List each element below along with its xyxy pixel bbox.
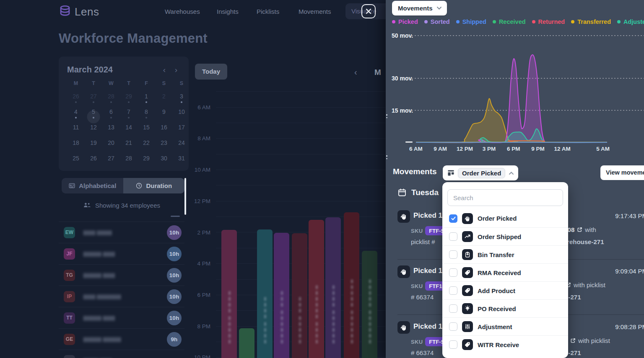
duration-badge: 10h — [167, 311, 182, 325]
dropdown-item-order-shipped[interactable]: Order Shipped — [442, 227, 568, 245]
timeline-scrollbar[interactable] — [184, 178, 186, 215]
employee-row[interactable]: IP▮▮▮▮ ▮▮▮▮▮▮▮▮10h — [59, 286, 184, 307]
nav-item-picklists[interactable]: Picklists — [257, 8, 279, 15]
checkbox-checked[interactable] — [449, 214, 457, 223]
calendar-day[interactable]: 16 — [155, 122, 173, 138]
app-logo[interactable]: Lens — [59, 5, 99, 19]
calendar-day[interactable]: 27 — [102, 153, 120, 169]
calendar-weekday: W — [102, 80, 120, 91]
hour-gridline — [216, 170, 386, 170]
calendar-day[interactable]: 26 — [85, 153, 102, 169]
sort-duration-button[interactable]: Duration — [123, 178, 185, 193]
checkbox[interactable] — [449, 340, 457, 349]
calendar-day[interactable]: 9 — [155, 107, 173, 122]
view-movement-button[interactable]: View movement — [600, 165, 644, 180]
calendar-next-icon[interactable]: › — [170, 65, 182, 75]
schedule-bar[interactable]: ▮▮▮▮▮▮ ▮▮▮▮▮ — [344, 212, 359, 358]
calendar-day[interactable]: 13 — [102, 122, 120, 138]
checkbox[interactable] — [449, 304, 457, 313]
calendar-day[interactable]: 14 — [120, 122, 138, 138]
nav-item-warehouses[interactable]: Warehouses — [165, 8, 200, 15]
calendar-day[interactable]: 15 — [138, 122, 155, 138]
calendar-day[interactable]: 27 — [85, 91, 102, 107]
dropdown-item-adjustment[interactable]: Adjustment — [442, 317, 568, 335]
calendar-day[interactable]: 30 — [155, 153, 173, 169]
schedule-prev-icon[interactable]: ‹ — [354, 67, 357, 77]
mini-calendar: March 2024 ‹ › MTWTFSS262728291234567891… — [59, 57, 189, 171]
employee-row[interactable]: TG▮▮▮▮▮▮ ▮▮▮▮10h — [59, 264, 184, 286]
schedule-bar-label-blurred: ▮▮▮▮▮ ▮▮▮▮ — [226, 290, 232, 350]
dropdown-item-rma-received[interactable]: RMA Received — [442, 263, 568, 281]
calendar-day[interactable]: 22 — [138, 138, 155, 153]
employee-list-scroll-indicator[interactable] — [171, 216, 180, 217]
schedule-bar[interactable]: ▮▮▮▮▮▮ ▮▮▮ — [274, 233, 289, 358]
employee-row[interactable]: EW▮▮▮▮ ▮▮▮▮▮10h — [59, 221, 184, 243]
schedule-bar[interactable] — [239, 328, 254, 358]
tag-icon — [462, 285, 473, 296]
checkbox[interactable] — [449, 322, 457, 331]
schedule-bar-label-blurred: ▮▮▮▮▮ ▮▮▮ — [297, 296, 302, 350]
svg-text:30 mov.: 30 mov. — [392, 75, 413, 82]
sort-alphabetical-button[interactable]: Alphabetical — [62, 178, 123, 193]
checkbox[interactable] — [449, 286, 457, 295]
employee-row[interactable]: TT▮▮▮▮▮▮ ▮▮▮▮10h — [59, 307, 184, 328]
calendar-day[interactable]: 12 — [85, 122, 102, 138]
checkbox[interactable] — [449, 268, 457, 277]
calendar-day[interactable]: 11 — [67, 122, 85, 138]
today-button[interactable]: Today — [195, 64, 227, 80]
calendar-day[interactable]: 23 — [155, 138, 173, 153]
checkbox[interactable] — [449, 232, 457, 241]
calendar-day[interactable]: 19 — [85, 138, 102, 153]
svg-text:9 PM: 9 PM — [531, 146, 545, 152]
svg-text:12 AM: 12 AM — [554, 146, 571, 152]
dropdown-item-witr-receive[interactable]: WITR Receive — [442, 335, 568, 353]
employee-name-blurred: ▮▮▮▮▮▮ ▮▮▮▮ — [83, 271, 167, 279]
checkbox[interactable] — [449, 250, 457, 259]
calendar-day[interactable]: 28 — [102, 91, 120, 107]
calendar-day[interactable]: 7 — [120, 107, 138, 122]
employee-row[interactable]: JF▮▮▮▮▮▮ ▮▮▮▮10h — [59, 243, 184, 264]
dropdown-item-add-product[interactable]: Add Product — [442, 281, 568, 299]
day-header-label: Tuesda — [411, 188, 439, 197]
nav-item-insights[interactable]: Insights — [217, 8, 239, 15]
schedule-bar[interactable]: ▮▮▮▮▮▮ ▮▮▮▮▮ — [362, 251, 377, 358]
schedule-bar-label-blurred: ▮▮▮▮▮▮ ▮▮▮ — [279, 290, 284, 350]
calendar-day[interactable]: 26 — [67, 91, 85, 107]
calendar-day-selected[interactable]: 5 — [85, 107, 102, 122]
duration-badge: 10h — [167, 247, 182, 261]
employee-row[interactable]: ▮▮▮▮▮ ▮▮▮▮ — [59, 350, 184, 358]
hour-gridline — [216, 107, 386, 108]
calendar-day[interactable]: 8 — [138, 107, 155, 122]
calendar-day[interactable]: 28 — [120, 153, 138, 169]
movement-type-filter-button[interactable]: Order Picked — [443, 165, 518, 180]
close-drawer-button[interactable] — [361, 4, 376, 18]
calendar-day[interactable]: 18 — [67, 138, 85, 153]
calendar-day[interactable]: 29 — [120, 91, 138, 107]
calendar-day[interactable]: 1 — [138, 91, 155, 107]
calendar-day[interactable]: 6 — [102, 107, 120, 122]
time-axis-label: 12 PM — [185, 198, 210, 204]
calendar-day[interactable]: 20 — [102, 138, 120, 153]
employee-row[interactable]: GE▮▮▮▮▮▮ ▮▮▮▮▮▮9h — [59, 328, 184, 350]
schedule-bar[interactable]: ▮▮▮▮▮ ▮▮▮▮ — [221, 230, 237, 358]
schedule-bar[interactable]: ▮▮▮▮ ▮▮▮▮▮▮ — [309, 220, 324, 358]
dropdown-item-order-picked[interactable]: Order Picked — [442, 209, 568, 227]
schedule-bar[interactable]: ▮▮▮▮▮ ▮▮▮ — [292, 233, 307, 358]
schedule-bar[interactable]: ▮▮▮▮▮▮ ▮▮▮▮ — [325, 217, 341, 358]
movement-type-dropdown: Order PickedOrder ShippedBin TransferRMA… — [442, 182, 568, 358]
calendar-day[interactable]: 4 — [67, 107, 85, 122]
dropdown-item-label: Order Picked — [478, 215, 517, 222]
calendar-day[interactable]: 29 — [138, 153, 155, 169]
nav-item-movements[interactable]: Movements — [299, 8, 331, 15]
dropdown-item-bin-transfer[interactable]: Bin Transfer — [442, 245, 568, 263]
calendar-day[interactable]: 21 — [120, 138, 138, 153]
schedule-bar[interactable]: ▮▮▮▮ ▮▮▮▮ — [257, 229, 273, 358]
id-card-icon — [68, 182, 75, 189]
schedule-bar-label-blurred: ▮▮▮▮▮▮ ▮▮▮▮▮ — [349, 278, 354, 350]
search-input[interactable] — [447, 189, 563, 206]
calendar-weekday: M — [67, 80, 85, 91]
calendar-day[interactable]: 2 — [155, 91, 173, 107]
calendar-day[interactable]: 25 — [67, 153, 85, 169]
calendar-prev-icon[interactable]: ‹ — [158, 65, 170, 75]
dropdown-item-po-received[interactable]: PO Received — [442, 299, 568, 317]
